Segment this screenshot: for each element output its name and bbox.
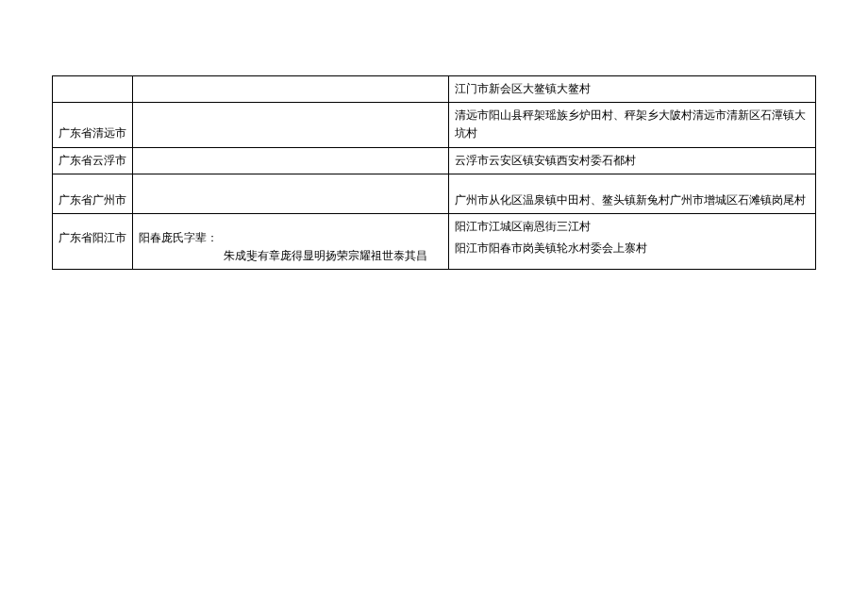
cell-location: 江门市新会区大鳌镇大鳌村 <box>449 76 816 103</box>
cell-notes <box>133 174 449 213</box>
cell-region: 广东省清远市 <box>53 103 133 147</box>
cell-notes <box>133 103 449 147</box>
notes-line2: 朱成斐有章庞得显明扬荣宗耀祖世泰其昌 <box>139 247 442 265</box>
cell-region: 广东省云浮市 <box>53 147 133 174</box>
cell-region: 广东省阳江市 <box>53 213 133 269</box>
cell-location: 广州市从化区温泉镇中田村、鳌头镇新兔村广州市增城区石滩镇岗尾村 <box>449 174 816 213</box>
cell-notes: 阳春庞氏字辈： 朱成斐有章庞得显明扬荣宗耀祖世泰其昌 <box>133 213 449 269</box>
cell-location: 云浮市云安区镇安镇西安村委石都村 <box>449 147 816 174</box>
location-line1: 阳江市江城区南恩街三江村 <box>455 218 810 236</box>
table-row: 广东省云浮市 云浮市云安区镇安镇西安村委石都村 <box>53 147 816 174</box>
cell-notes <box>133 76 449 103</box>
cell-region: 广东省广州市 <box>53 174 133 213</box>
data-table: 江门市新会区大鳌镇大鳌村 广东省清远市 清远市阳山县秤架瑶族乡炉田村、秤架乡大陂… <box>52 75 816 270</box>
notes-line1: 阳春庞氏字辈： <box>139 231 218 244</box>
table-row: 广东省阳江市 阳春庞氏字辈： 朱成斐有章庞得显明扬荣宗耀祖世泰其昌 阳江市江城区… <box>53 213 816 269</box>
table-row: 广东省清远市 清远市阳山县秤架瑶族乡炉田村、秤架乡大陂村清远市清新区石潭镇大坑村 <box>53 103 816 147</box>
table-row: 广东省广州市 广州市从化区温泉镇中田村、鳌头镇新兔村广州市增城区石滩镇岗尾村 <box>53 174 816 213</box>
location-line2: 阳江市阳春市岗美镇轮水村委会上寨村 <box>455 240 810 257</box>
cell-region <box>53 76 133 103</box>
table-row: 江门市新会区大鳌镇大鳌村 <box>53 76 816 103</box>
cell-location: 阳江市江城区南恩街三江村 阳江市阳春市岗美镇轮水村委会上寨村 <box>449 213 816 269</box>
cell-location: 清远市阳山县秤架瑶族乡炉田村、秤架乡大陂村清远市清新区石潭镇大坑村 <box>449 103 816 147</box>
cell-notes <box>133 147 449 174</box>
